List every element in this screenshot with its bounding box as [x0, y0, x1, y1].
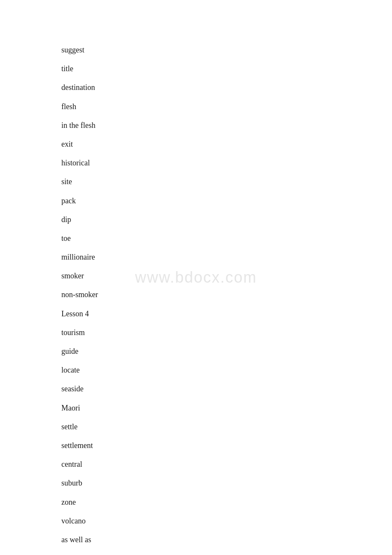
list-item-guide: guide	[61, 344, 392, 358]
word-list: suggesttitledestinationfleshin the flesh…	[0, 0, 392, 555]
list-item-pack: pack	[61, 194, 392, 208]
list-item-tourism: tourism	[61, 325, 392, 340]
list-item-non-smoker: non-smoker	[61, 287, 392, 302]
list-item-zone: zone	[61, 495, 392, 509]
list-item-suggest: suggest	[61, 43, 392, 57]
list-item-settle: settle	[61, 419, 392, 434]
list-item-central: central	[61, 457, 392, 471]
list-item-flesh: flesh	[61, 99, 392, 114]
list-item-smoker: smoker	[61, 269, 392, 283]
list-item-as-well-as: as well as	[61, 532, 392, 547]
list-item-seaside: seaside	[61, 382, 392, 396]
list-item-destination: destination	[61, 80, 392, 95]
list-item-settlement: settlement	[61, 438, 392, 453]
list-item-exit: exit	[61, 137, 392, 151]
list-item-volcano: volcano	[61, 514, 392, 528]
list-item-title: title	[61, 61, 392, 76]
list-item-lesson-4: Lesson 4	[61, 306, 392, 321]
list-item-toe: toe	[61, 231, 392, 246]
list-item-suburb: suburb	[61, 476, 392, 490]
list-item-locate: locate	[61, 363, 392, 377]
list-item-maori: Maori	[61, 401, 392, 415]
list-item-in-the-flesh: in the flesh	[61, 118, 392, 133]
list-item-site: site	[61, 174, 392, 189]
list-item-millionaire: millionaire	[61, 250, 392, 264]
list-item-historical: historical	[61, 156, 392, 170]
list-item-harbor: harbor	[61, 551, 392, 555]
list-item-dip: dip	[61, 212, 392, 227]
